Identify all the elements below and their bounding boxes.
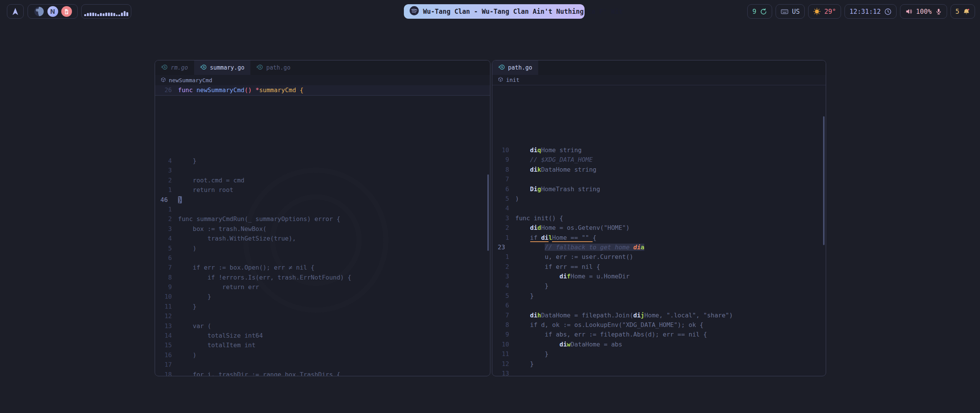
- code-line[interactable]: 6: [155, 253, 490, 263]
- code-line[interactable]: 2 if err == nil {: [492, 262, 826, 272]
- tab-label: path.go: [266, 64, 290, 71]
- code-line[interactable]: 5 ): [155, 244, 490, 253]
- code-line[interactable]: 10 diqHome string: [492, 145, 826, 155]
- code-line[interactable]: 2func summaryCmdRun(_ summaryOptions) er…: [155, 214, 490, 224]
- code-text: trash.WithGetSize(true),: [178, 234, 296, 243]
- code-line[interactable]: 5 }: [492, 291, 826, 301]
- scrollbar[interactable]: [823, 116, 825, 245]
- code-line[interactable]: 13 var (: [155, 321, 490, 331]
- code-line[interactable]: 46}: [155, 195, 490, 205]
- code-line[interactable]: 8 if !errors.Is(err, trash.ErrNotFound) …: [155, 273, 490, 282]
- code-line[interactable]: 1 return root: [155, 185, 490, 195]
- code-line[interactable]: 8 if d, ok := os.LookupEnv("XDG_DATA_HOM…: [492, 320, 826, 330]
- code-line[interactable]: 1: [155, 205, 490, 214]
- weather-module[interactable]: 29°: [808, 4, 841, 19]
- code-line[interactable]: 3 box := trash.NewBox(: [155, 224, 490, 234]
- code-line[interactable]: 7 dihDataHome = filepath.Join(dijHome, "…: [492, 311, 826, 320]
- viz-bar: [108, 13, 110, 16]
- line-number: 9: [155, 282, 172, 292]
- code-line[interactable]: 14 totalSize int64: [155, 331, 490, 340]
- code-text: if err := box.Open(); err ≠ nil {: [178, 263, 314, 272]
- code-line[interactable]: 9 return err: [155, 282, 490, 292]
- scrollbar[interactable]: [487, 174, 489, 251]
- code-line[interactable]: 12: [155, 311, 490, 321]
- code-line[interactable]: 4 }: [155, 156, 490, 166]
- code-line[interactable]: 4: [492, 203, 826, 213]
- code-line[interactable]: 5): [492, 194, 826, 203]
- viz-bar: [118, 15, 120, 16]
- code-line[interactable]: 12 }: [492, 359, 826, 369]
- viz-bar: [100, 13, 102, 16]
- go-icon: G: [256, 64, 263, 72]
- top-bar: N Wu-Tang Clan - Wu-Tang Clan Ain't Nuth…: [0, 0, 980, 23]
- code-line[interactable]: 10 }: [155, 292, 490, 301]
- line-number: 3: [155, 166, 172, 175]
- tab-summary.go[interactable]: Gsummary.go: [194, 60, 250, 75]
- go-icon: G: [498, 64, 505, 72]
- code-line[interactable]: 9 if abs, err := filepath.Abs(d); err ==…: [492, 330, 826, 339]
- code-text: return root: [178, 185, 234, 195]
- code-line[interactable]: 6 DigHomeTrash string: [492, 184, 826, 194]
- n-app-icon[interactable]: N: [47, 6, 58, 17]
- viz-bar: [92, 13, 94, 16]
- keyboard-layout-module[interactable]: US: [776, 4, 805, 19]
- line-number: 12: [492, 359, 509, 369]
- code-line[interactable]: 13: [492, 369, 826, 376]
- code-line[interactable]: 1 if dilHome == "" {: [492, 233, 826, 242]
- notifications-module[interactable]: 5: [951, 4, 975, 19]
- browser-globe-icon[interactable]: [34, 6, 44, 17]
- code-text: func summaryCmdRun(_ summaryOptions) err…: [178, 214, 340, 224]
- launcher-button[interactable]: [7, 4, 24, 19]
- tab-path.go[interactable]: Gpath.go: [492, 60, 538, 75]
- code-line[interactable]: 2 didHome = os.Getenv("HOME"): [492, 223, 826, 233]
- code-line[interactable]: 6: [492, 301, 826, 310]
- code-line[interactable]: 26func newSummaryCmd() *summaryCmd {: [155, 85, 490, 95]
- code-line[interactable]: 9 // $XDG_DATA_HOME: [492, 155, 826, 164]
- app-shortcuts: N: [28, 4, 78, 19]
- code-line[interactable]: 1 u, err := user.Current(): [492, 252, 826, 262]
- code-line[interactable]: 4 trash.WithGetSize(true),: [155, 234, 490, 243]
- code-text: func newSummaryCmd() *summaryCmd {: [178, 85, 304, 95]
- media-player-pill[interactable]: Wu-Tang Clan - Wu-Tang Clan Ain't Nuthin…: [404, 4, 585, 19]
- code-line[interactable]: 4 }: [492, 281, 826, 291]
- line-number: 6: [492, 184, 509, 194]
- code-line[interactable]: 18 for i, trashDir := range box.TrashDir…: [155, 370, 490, 376]
- document-red-icon[interactable]: [61, 6, 72, 17]
- code-line[interactable]: 2 root.cmd = cmd: [155, 176, 490, 185]
- clock-time: 12:31:12: [849, 8, 881, 15]
- code-text: box := trash.NewBox(: [178, 224, 266, 234]
- code-line[interactable]: 16 ): [155, 350, 490, 360]
- line-number: 1: [492, 233, 509, 242]
- code-line[interactable]: 15 totalItem int: [155, 340, 490, 350]
- code-text: if dilHome == "" {: [515, 233, 596, 242]
- clock-module[interactable]: 12:31:12: [844, 4, 897, 19]
- code-line[interactable]: 3func init() {: [492, 213, 826, 223]
- code-line[interactable]: 11 }: [155, 302, 490, 311]
- updates-module[interactable]: 9: [747, 4, 772, 19]
- status-modules: 9 US 29° 12:31:12 100% 5: [747, 0, 975, 23]
- code-line[interactable]: 7: [492, 174, 826, 184]
- code-line[interactable]: 8 dikDataHome string: [492, 165, 826, 174]
- code-line[interactable]: 23 // fallback to get home dia: [492, 242, 826, 252]
- editor-window-right: Gpath.go init 10 diqHome string9 // $XDG…: [492, 60, 826, 376]
- line-number: 2: [155, 176, 172, 185]
- code-line[interactable]: 3: [155, 166, 490, 175]
- viz-bar: [90, 13, 91, 16]
- viz-bar: [87, 13, 89, 16]
- line-number: 8: [155, 273, 172, 282]
- keyboard-icon: [781, 8, 789, 16]
- tab-rm.go[interactable]: Grm.go: [155, 60, 194, 75]
- audio-module[interactable]: 100%: [900, 4, 947, 19]
- code-text: var (: [178, 321, 211, 331]
- line-number: 4: [492, 203, 509, 213]
- code-text: }: [515, 281, 549, 291]
- code-line[interactable]: 11 }: [492, 349, 826, 359]
- code-line[interactable]: 3 difHome = u.HomeDir: [492, 272, 826, 281]
- svg-text:G: G: [260, 65, 261, 69]
- line-number: 15: [155, 340, 172, 350]
- code-line[interactable]: 7 if err := box.Open(); err ≠ nil {: [155, 263, 490, 272]
- audio-visualizer[interactable]: [81, 4, 131, 19]
- code-line[interactable]: 10 diwDataHome = abs: [492, 340, 826, 349]
- code-line[interactable]: 17: [155, 360, 490, 369]
- tab-path.go[interactable]: Gpath.go: [250, 60, 296, 75]
